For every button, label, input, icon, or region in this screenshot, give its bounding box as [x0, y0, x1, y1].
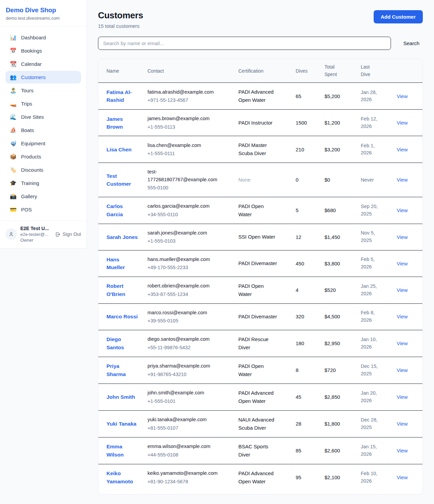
- customer-phone: +81-90-1234-5678: [147, 478, 234, 485]
- user-role: Owner: [20, 238, 52, 243]
- customer-total-spent: $1,450: [324, 224, 361, 250]
- sidebar-item-boats[interactable]: ⛵ Boats: [5, 124, 81, 136]
- sidebar-item-discounts[interactable]: 🏷️ Discounts: [5, 164, 81, 176]
- table-row: Carlos Garcia carlos.garcia@example.com …: [98, 197, 423, 224]
- sidebar-nav: 📊 Dashboard 📅 Bookings 📆 Calendar 👥 Cust…: [0, 26, 86, 221]
- sidebar-item-products[interactable]: 📦 Products: [5, 150, 81, 163]
- customer-last-dive: Nov 5, 2025: [361, 229, 380, 244]
- bookings-icon: 📅: [10, 48, 17, 54]
- sidebar-item-pos[interactable]: 💳 POS: [5, 203, 81, 216]
- customer-name-link[interactable]: Marco Rossi: [106, 313, 138, 320]
- view-customer-link[interactable]: View: [397, 261, 408, 266]
- view-customer-link[interactable]: View: [397, 340, 408, 346]
- column-header-total-spent: Total Spent: [324, 59, 361, 83]
- customer-name-link[interactable]: Sarah Jones: [106, 233, 138, 241]
- view-customer-link[interactable]: View: [397, 314, 408, 319]
- view-customer-link[interactable]: View: [397, 367, 408, 373]
- sidebar-item-customers[interactable]: 👥 Customers: [5, 71, 81, 83]
- view-customer-link[interactable]: View: [397, 234, 408, 240]
- page-title-block: Customers 15 total customers: [98, 10, 143, 29]
- view-customer-link[interactable]: View: [397, 120, 408, 126]
- sidebar-item-calendar[interactable]: 📆 Calendar: [5, 58, 81, 70]
- view-customer-link[interactable]: View: [397, 207, 408, 213]
- add-customer-button[interactable]: Add Customer: [374, 10, 423, 23]
- view-customer-link[interactable]: View: [397, 287, 408, 293]
- customer-name-link[interactable]: James Brown: [106, 115, 139, 131]
- user-email: e2e-tester@...: [20, 232, 52, 237]
- view-customer-link[interactable]: View: [397, 421, 408, 427]
- customer-name-link[interactable]: Diego Santos: [106, 335, 139, 351]
- customer-name-link[interactable]: Emma Wilson: [106, 443, 139, 459]
- customer-dives: 450: [296, 250, 324, 277]
- customer-name-link[interactable]: Hans Mueller: [106, 256, 139, 272]
- customer-phone: +81-555-0107: [147, 424, 234, 432]
- customer-certification: PADI Advanced Open Water: [238, 88, 278, 104]
- table-row: Hans Mueller hans.mueller@example.com +4…: [98, 250, 423, 277]
- sidebar-item-gallery[interactable]: 📸 Gallery: [5, 190, 81, 203]
- customer-last-dive: Never: [361, 176, 374, 184]
- sidebar-item-label: Products: [21, 154, 41, 160]
- customer-email: lisa.chen@example.com: [147, 142, 219, 149]
- customer-name-link[interactable]: Fatima Al-Rashid: [106, 88, 139, 104]
- sidebar-item-training[interactable]: 🎓 Training: [5, 177, 81, 189]
- sidebar-item-bookings[interactable]: 📅 Bookings: [5, 44, 81, 57]
- table-row: Yuki Tanaka yuki.tanaka@example.com +81-…: [98, 410, 423, 437]
- dashboard-icon: 📊: [10, 35, 17, 40]
- main-content: Customers 15 total customers Add Custome…: [87, 0, 434, 504]
- view-customer-link[interactable]: View: [397, 448, 408, 453]
- customer-last-dive: Feb 5, 2026: [361, 256, 380, 271]
- sidebar-item-dive-sites[interactable]: 🌊 Dive Sites: [5, 111, 81, 123]
- view-customer-link[interactable]: View: [397, 93, 408, 99]
- customer-email: fatima.alrashid@example.com: [147, 88, 219, 96]
- customer-certification: None: [238, 176, 251, 184]
- customer-dives: 8: [296, 357, 324, 384]
- customer-certification: PADI Rescue Diver: [238, 335, 278, 352]
- customer-last-dive: Dec 28, 2025: [361, 416, 380, 431]
- customer-total-spent: $2,850: [324, 384, 361, 410]
- customer-name-link[interactable]: Test Customer: [106, 172, 139, 188]
- page-header: Customers 15 total customers Add Custome…: [98, 10, 423, 29]
- view-customer-link[interactable]: View: [397, 177, 408, 183]
- sidebar-item-label: Boats: [21, 127, 34, 133]
- customer-total-spent: $2,100: [324, 464, 361, 491]
- person-icon: [8, 231, 14, 237]
- sign-out-icon: [55, 231, 61, 237]
- table-row: Sarah Jones sarah.jones@example.com +1-5…: [98, 224, 423, 250]
- sidebar-item-label: Trips: [21, 101, 32, 107]
- customer-name-link[interactable]: Keiko Yamamoto: [106, 469, 139, 485]
- customer-email: priya.sharma@example.com: [147, 362, 219, 370]
- sign-out-button[interactable]: Sign Out: [55, 231, 81, 237]
- view-customer-link[interactable]: View: [397, 147, 408, 152]
- customer-dives: 0: [296, 163, 324, 197]
- sidebar-item-tours[interactable]: 🏝️ Tours: [5, 84, 81, 97]
- customer-last-dive: Dec 15, 2025: [361, 363, 380, 378]
- customer-certification: PADI Instructor: [238, 119, 273, 127]
- customer-dives: 210: [296, 136, 324, 163]
- sidebar-item-equipment[interactable]: 🤿 Equipment: [5, 137, 81, 150]
- sidebar-item-label: Dive Sites: [21, 114, 44, 120]
- sidebar-item-trips[interactable]: 🚤 Trips: [5, 97, 81, 110]
- customer-name-link[interactable]: Carlos Garcia: [106, 202, 139, 218]
- customer-name-link[interactable]: John Smith: [106, 393, 135, 401]
- customer-name-link[interactable]: Priya Sharma: [106, 362, 139, 378]
- search-bar: Search: [98, 37, 423, 50]
- customer-name-link[interactable]: Yuki Tanaka: [106, 420, 136, 428]
- customer-total-spent: $2,950: [324, 330, 361, 357]
- customer-total-spent: $2,600: [324, 437, 361, 464]
- customer-email: hans.mueller@example.com: [147, 256, 219, 263]
- table-row: James Brown james.brown@example.com +1-5…: [98, 110, 423, 136]
- view-customer-link[interactable]: View: [397, 474, 408, 480]
- customer-phone: +39-555-0105: [147, 317, 234, 324]
- customer-certification: PADI Advanced Open Water: [238, 389, 278, 405]
- customer-phone: +1-555-0103: [147, 237, 234, 245]
- search-button[interactable]: Search: [400, 38, 423, 48]
- customer-total-spent: $720: [324, 357, 361, 384]
- customer-name-link[interactable]: Robert O'Brien: [106, 282, 139, 298]
- search-input[interactable]: [98, 37, 391, 50]
- sidebar-item-dashboard[interactable]: 📊 Dashboard: [5, 31, 81, 44]
- page-title: Customers: [98, 10, 143, 21]
- column-header-last-dive: Last Dive: [361, 59, 397, 83]
- column-header-actions: [397, 59, 423, 83]
- view-customer-link[interactable]: View: [397, 394, 408, 400]
- customer-name-link[interactable]: Lisa Chen: [106, 146, 132, 153]
